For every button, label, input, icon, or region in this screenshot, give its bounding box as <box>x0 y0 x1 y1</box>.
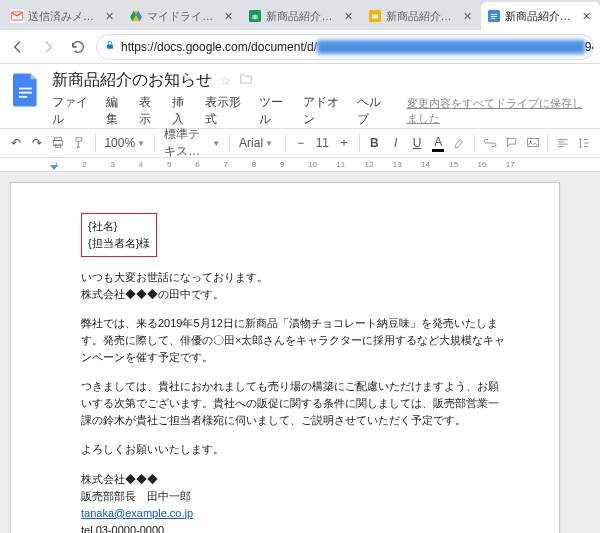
document-title[interactable]: 新商品紹介のお知らせ <box>52 70 212 91</box>
reload-button[interactable] <box>66 35 90 59</box>
menu-tools[interactable]: ツール <box>259 94 291 128</box>
placeholder-person: {担当者名}様 <box>88 235 150 252</box>
tab-title: マイドライブ - Goog <box>147 9 220 24</box>
underline-button[interactable]: U <box>407 132 426 154</box>
address-bar: https://docs.google.com/document/d/1m___… <box>0 30 600 64</box>
browser-tab-strip: 送信済みメール - o ✕ マイドライブ - Goog ✕ 新商品紹介のお知 ✕… <box>0 0 600 30</box>
menu-file[interactable]: ファイル <box>52 94 94 128</box>
url-input[interactable]: https://docs.google.com/document/d/1m___… <box>96 34 594 60</box>
ruler-tick: 5 <box>167 160 171 169</box>
ruler-tick: 7 <box>223 160 227 169</box>
svg-rect-13 <box>19 88 32 90</box>
ruler-tick: 17 <box>506 160 515 169</box>
docs-logo-icon[interactable] <box>10 70 42 110</box>
ruler-tick: 6 <box>195 160 199 169</box>
svg-rect-5 <box>255 15 256 20</box>
docs-header: 新商品紹介のお知らせ ☆ ファイル 編集 表示 挿入 表示形式 ツール アドオン… <box>0 64 600 128</box>
close-icon[interactable]: ✕ <box>344 10 356 22</box>
close-icon[interactable]: ✕ <box>463 10 475 22</box>
signature-company: 株式会社◆◆◆ <box>81 471 509 488</box>
align-button[interactable] <box>553 132 572 154</box>
sheets-icon <box>248 9 262 23</box>
editor-canvas[interactable]: {社名} {担当者名}様 いつも大変お世話になっております。 株式会社◆◆◆の田… <box>0 172 600 533</box>
browser-tab[interactable]: 送信済みメール - o ✕ <box>4 2 123 30</box>
svg-point-20 <box>530 140 532 142</box>
font-size-increase[interactable]: + <box>334 132 353 154</box>
browser-tab[interactable]: 新商品紹介のお知 ✕ <box>242 2 361 30</box>
url-text: https://docs.google.com/document/d/1m___… <box>121 40 594 54</box>
forward-button[interactable] <box>36 35 60 59</box>
placeholder-box: {社名} {担当者名}様 <box>81 213 157 257</box>
folder-icon[interactable] <box>239 72 253 89</box>
toolbar: ↶ ↷ 100%▼ 標準テキス…▼ Arial▼ − 11 + B I U A <box>0 128 600 158</box>
font-size-decrease[interactable]: − <box>291 132 310 154</box>
close-icon[interactable]: ✕ <box>224 10 236 22</box>
svg-rect-12 <box>107 45 113 49</box>
body-paragraph: 弊社では、来る2019年5月12日に新商品「漬物チョコレート納豆味」を発売いたし… <box>81 315 509 366</box>
style-select[interactable]: 標準テキス…▼ <box>160 126 224 160</box>
svg-rect-9 <box>491 14 497 15</box>
browser-tab[interactable]: マイドライブ - Goog ✕ <box>123 2 242 30</box>
save-status[interactable]: 変更内容をすべてドライブに保存しました <box>407 96 590 126</box>
menu-view[interactable]: 表示 <box>139 94 160 128</box>
slides-icon <box>368 9 382 23</box>
ruler-tick: 8 <box>252 160 256 169</box>
browser-tab[interactable]: 新商品紹介のお知 ✕ <box>362 2 481 30</box>
body-paragraph: つきましては、貴社におかれましても売り場の構築にご配慮いただけますよう、お願いす… <box>81 378 509 429</box>
font-size-input[interactable]: 11 <box>312 136 332 150</box>
signature-tel: tel.03-0000-0000 <box>81 522 509 533</box>
menu-bar: ファイル 編集 表示 挿入 表示形式 ツール アドオン ヘルプ 変更内容をすべて… <box>52 94 590 128</box>
tab-title: 新商品紹介のお知 <box>386 9 459 24</box>
menu-addons[interactable]: アドオン <box>303 94 345 128</box>
ruler-tick: 16 <box>478 160 487 169</box>
greeting-line: 株式会社◆◆◆の田中です。 <box>81 286 509 303</box>
browser-tab-active[interactable]: 新商品紹介のお知 ✕ <box>481 2 600 30</box>
paint-format-button[interactable] <box>70 132 89 154</box>
ruler-tick: 13 <box>393 160 402 169</box>
docs-icon <box>487 9 501 23</box>
line-spacing-button[interactable] <box>575 132 594 154</box>
ruler-tick: 14 <box>421 160 430 169</box>
highlight-button[interactable] <box>450 132 469 154</box>
ruler[interactable]: 1234567891011121314151617 <box>0 158 600 172</box>
svg-rect-7 <box>372 15 378 19</box>
bold-button[interactable]: B <box>365 132 384 154</box>
insert-image-button[interactable] <box>523 132 542 154</box>
ruler-tick: 10 <box>308 160 317 169</box>
menu-format[interactable]: 表示形式 <box>205 94 247 128</box>
redo-button[interactable]: ↷ <box>27 132 46 154</box>
star-icon[interactable]: ☆ <box>220 74 231 88</box>
comment-button[interactable] <box>502 132 521 154</box>
print-button[interactable] <box>49 132 68 154</box>
document-page[interactable]: {社名} {担当者名}様 いつも大変お世話になっております。 株式会社◆◆◆の田… <box>10 182 560 533</box>
back-button[interactable] <box>6 35 30 59</box>
italic-button[interactable]: I <box>386 132 405 154</box>
drive-icon <box>129 9 143 23</box>
menu-edit[interactable]: 編集 <box>106 94 127 128</box>
zoom-select[interactable]: 100%▼ <box>100 136 149 150</box>
menu-insert[interactable]: 挿入 <box>172 94 193 128</box>
svg-rect-18 <box>56 144 62 148</box>
close-icon[interactable]: ✕ <box>105 10 117 22</box>
font-select[interactable]: Arial▼ <box>235 136 280 150</box>
signature-email-link[interactable]: tanaka@example.co.jp <box>81 507 193 519</box>
close-icon[interactable]: ✕ <box>582 10 594 22</box>
text-color-button[interactable]: A <box>429 132 448 154</box>
ruler-tick: 1 <box>54 160 58 169</box>
svg-rect-11 <box>491 18 495 19</box>
svg-rect-14 <box>19 92 32 94</box>
signature-title: 販売部部長 田中一郎 <box>81 488 509 505</box>
ruler-tick: 4 <box>139 160 143 169</box>
ruler-tick: 15 <box>449 160 458 169</box>
undo-button[interactable]: ↶ <box>6 132 25 154</box>
placeholder-company: {社名} <box>88 218 150 235</box>
menu-help[interactable]: ヘルプ <box>357 94 389 128</box>
insert-link-button[interactable] <box>480 132 499 154</box>
greeting-line: いつも大変お世話になっております。 <box>81 269 509 286</box>
ruler-tick: 9 <box>280 160 284 169</box>
svg-rect-15 <box>19 96 27 98</box>
svg-rect-10 <box>491 16 497 17</box>
gmail-icon <box>10 9 24 23</box>
lock-icon <box>105 39 115 54</box>
closing-line: よろしくお願いいたします。 <box>81 441 509 458</box>
